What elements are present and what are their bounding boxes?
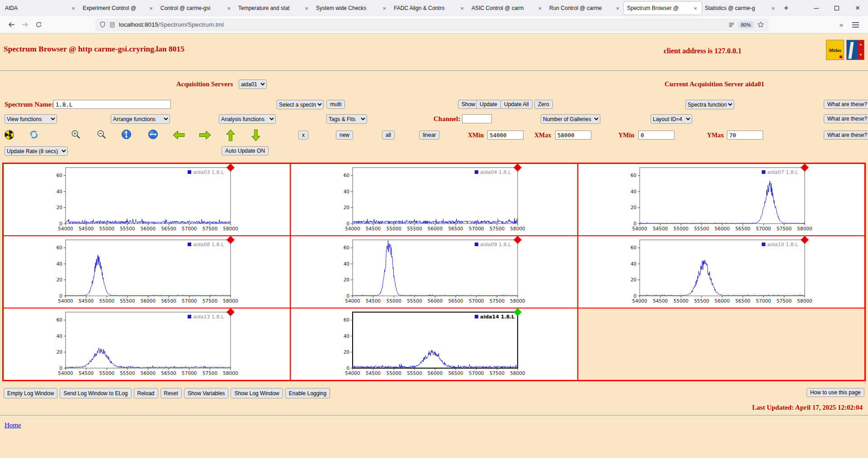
tab-close-icon[interactable]: × (70, 5, 76, 12)
linear-button[interactable]: linear (419, 131, 439, 140)
browser-tab[interactable]: FADC Align & Contro × (391, 2, 468, 14)
browser-tab[interactable]: Spectrum Browser @ × (624, 2, 702, 14)
tab-close-icon[interactable]: × (148, 5, 154, 12)
back-button[interactable] (5, 18, 18, 32)
spectra-functions-select[interactable]: Spectra functions (685, 100, 734, 109)
channel-input[interactable] (462, 114, 492, 123)
zoom-level-badge[interactable]: 80% (738, 21, 754, 28)
tab-close-icon[interactable]: × (226, 5, 232, 12)
new-tab-button[interactable]: + (779, 2, 793, 14)
xmax-input[interactable] (555, 131, 591, 140)
what-are-these-button[interactable]: What are these? (824, 131, 868, 140)
enable-logging-button[interactable]: Enable Logging (285, 388, 330, 398)
number-of-galleries-select[interactable]: Number of Galleries (541, 114, 600, 124)
spectrum-plot-aida09[interactable]: 5400054500550005550056000565005700057500… (292, 236, 576, 308)
arrow-left-icon[interactable] (173, 131, 185, 140)
what-are-these-button[interactable]: What are these? (824, 100, 868, 109)
send-log-window-to-elog-button[interactable]: Send Log Window to ELog (60, 388, 131, 398)
hamburger-menu-icon[interactable] (848, 19, 863, 30)
facility-logo[interactable] (846, 40, 864, 60)
spectrum-plot-aida03[interactable]: 5400054500550005550056000565005700057500… (5, 164, 289, 235)
show-variables-button[interactable]: Show Variables (184, 388, 229, 398)
radiation-icon[interactable] (5, 130, 14, 140)
tab-close-icon[interactable]: × (614, 5, 621, 12)
svg-text:56500: 56500 (448, 298, 463, 304)
browser-tab[interactable]: Temperature and stat × (235, 2, 313, 14)
spectrum-plot-aida08[interactable]: 5400054500550005550056000565005700057500… (5, 236, 289, 308)
arrange-functions-select[interactable]: Arrange functions (111, 114, 170, 124)
arrow-right-icon[interactable] (199, 131, 211, 140)
gallery-grid: 5400054500550005550056000565005700057500… (2, 163, 866, 381)
update-button[interactable]: Update (476, 100, 501, 109)
zoom-out-icon[interactable] (96, 129, 107, 140)
tab-close-icon[interactable]: × (770, 5, 776, 12)
svg-text:54000: 54000 (345, 298, 360, 304)
xmin-input[interactable] (487, 131, 524, 140)
overflow-menu-button[interactable]: » (835, 21, 848, 28)
analysis-functions-select[interactable]: Analysis functions (219, 114, 276, 124)
update-all-button[interactable]: Update All (500, 100, 533, 109)
spectrum-plot-aida07[interactable]: 5400054500550005550056000565005700057500… (579, 164, 863, 235)
sphere-horizontal-arrows-icon[interactable] (148, 129, 158, 140)
what-are-these-button[interactable]: What are these? (824, 114, 868, 123)
svg-text:0: 0 (346, 365, 349, 371)
how-to-use-button[interactable]: How to use this page (807, 388, 864, 397)
browser-tab[interactable]: Statistics @ carme-g × (702, 2, 779, 14)
view-functions-select[interactable]: View functions (5, 114, 57, 124)
svg-text:60: 60 (56, 317, 62, 322)
zero-button[interactable]: Zero (534, 100, 553, 109)
ymax-input[interactable] (727, 131, 763, 140)
new-button[interactable]: new (336, 131, 353, 140)
reset-button[interactable]: Reset (160, 388, 182, 398)
reload-button[interactable]: Reload (134, 388, 158, 398)
all-button[interactable]: all (382, 131, 395, 140)
spectrum-plot-aida13[interactable]: 5400054500550005550056000565005700057500… (5, 308, 289, 380)
x-button[interactable]: x (298, 131, 308, 140)
update-rate-select[interactable]: Update Rate (8 secs) (5, 146, 68, 156)
url-bar[interactable]: localhost:8015/Spectrum/Spectrum.tml 80% (95, 19, 769, 31)
home-link[interactable]: Home (5, 421, 21, 429)
midas-logo[interactable]: Midas (826, 40, 844, 60)
tab-close-icon[interactable]: × (692, 5, 698, 12)
auto-update-button[interactable]: Auto Update ON (222, 146, 269, 155)
minimize-button[interactable] (806, 0, 826, 16)
show-log-window-button[interactable]: Show Log Window (231, 388, 283, 398)
browser-tab[interactable]: Run Control @ carme × (546, 2, 624, 14)
maximize-button[interactable] (826, 0, 847, 16)
forward-button[interactable] (18, 18, 32, 32)
sphere-vertical-arrows-icon[interactable] (121, 129, 132, 140)
svg-text:aida03 1.8.L: aida03 1.8.L (193, 169, 224, 175)
browser-tab[interactable]: Experiment Control @ × (80, 2, 157, 14)
layout-id-select[interactable]: Layout ID=4 (651, 114, 692, 124)
spectrum-plot-aida14[interactable]: 5400054500550005550056000565005700057500… (292, 308, 576, 380)
page-info-icon[interactable] (109, 22, 115, 28)
spectrum-name-input[interactable] (53, 100, 171, 109)
spectrum-plot-aida10[interactable]: 5400054500550005550056000565005700057500… (579, 236, 863, 308)
select-a-spectrum[interactable]: Select a spectrum (277, 100, 324, 109)
tab-close-icon[interactable]: × (537, 5, 543, 12)
tab-close-icon[interactable]: × (303, 5, 310, 12)
spectrum-plot-aida04[interactable]: 5400054500550005550056000565005700057500… (292, 164, 576, 235)
arrow-up-icon[interactable] (226, 129, 235, 141)
browser-tab[interactable]: Control @ carme-gsi × (157, 2, 235, 14)
reader-mode-icon[interactable] (728, 22, 735, 28)
ymin-input[interactable] (638, 131, 675, 140)
refresh-icon[interactable] (28, 129, 39, 140)
browser-tab[interactable]: ASIC Control @ carm × (468, 2, 546, 14)
bookmark-star-icon[interactable] (757, 21, 764, 28)
arrow-down-icon[interactable] (251, 129, 260, 141)
tags-fits-select[interactable]: Tags & Fits (326, 114, 367, 124)
tab-close-icon[interactable]: × (381, 5, 387, 12)
reload-button[interactable] (32, 18, 45, 32)
empty-log-window-button[interactable]: Empty Log Window (4, 388, 57, 398)
svg-text:57500: 57500 (202, 298, 217, 304)
close-window-button[interactable]: × (847, 0, 868, 16)
xmin-label: XMin (468, 131, 484, 140)
zoom-in-icon[interactable] (71, 129, 81, 140)
functions-row: View functions Arrange functions Analysi… (0, 114, 868, 125)
multi-button[interactable]: multi (326, 100, 345, 109)
browser-tab[interactable]: System wide Checks × (313, 2, 391, 14)
tab-close-icon[interactable]: × (459, 5, 465, 12)
acquisition-server-select[interactable]: aida01 (239, 79, 267, 89)
browser-tab[interactable]: AIDA × (2, 2, 80, 14)
